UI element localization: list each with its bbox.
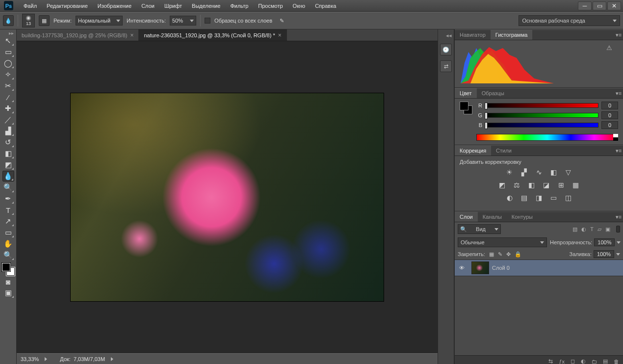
tablet-pressure-icon[interactable]: ✎ — [276, 15, 287, 26]
lock-position-icon[interactable]: ✥ — [506, 251, 511, 258]
panel-menu-icon[interactable]: ▾≡ — [614, 212, 623, 222]
screenmode-toggle[interactable]: ▣ — [2, 287, 14, 298]
delete-layer-icon[interactable]: 🗑 — [614, 359, 619, 364]
gradient-tool[interactable]: ◩ — [2, 159, 14, 170]
gradient-map-icon[interactable]: ▭ — [549, 193, 559, 202]
layer-fx-icon[interactable]: ƒx — [559, 359, 565, 364]
threshold-icon[interactable]: ◨ — [534, 193, 544, 202]
b-slider[interactable] — [485, 123, 598, 128]
filter-adjust-icon[interactable]: ◐ — [581, 226, 586, 233]
bw-icon[interactable]: ◧ — [527, 181, 537, 189]
lock-pixels-icon[interactable]: ✎ — [498, 251, 502, 258]
fg-swatch[interactable] — [460, 102, 468, 110]
foreground-color-swatch[interactable] — [2, 263, 10, 271]
hue-icon[interactable]: ◩ — [497, 181, 507, 189]
blur-tool[interactable]: 💧 — [2, 171, 14, 182]
menu-image[interactable]: Изображение — [93, 0, 136, 12]
doc-size-readout[interactable]: Док: 7,03M/7,03M — [60, 356, 113, 362]
properties-panel-icon[interactable]: ⇄ — [440, 60, 452, 72]
tab-paths[interactable]: Контуры — [507, 212, 538, 222]
menu-type[interactable]: Шрифт — [160, 0, 186, 12]
crop-tool[interactable]: ✂ — [2, 80, 14, 91]
history-brush-tool[interactable]: ↺ — [2, 137, 14, 148]
posterize-icon[interactable]: ▤ — [519, 193, 529, 202]
quick-select-tool[interactable]: ✧ — [2, 69, 14, 80]
healing-tool[interactable]: ✚ — [2, 103, 14, 114]
vibrance-icon[interactable]: ▽ — [564, 168, 573, 177]
panel-menu-icon[interactable]: ▾≡ — [614, 88, 623, 98]
maximize-button[interactable]: ▭ — [593, 1, 606, 10]
panel-menu-icon[interactable]: ▾≡ — [614, 146, 623, 156]
slider-thumb[interactable] — [485, 112, 488, 119]
minimize-button[interactable]: ─ — [578, 1, 592, 10]
filter-pixel-icon[interactable]: ▧ — [572, 226, 577, 233]
blend-mode-dropdown[interactable]: Нормальный — [76, 16, 123, 26]
selective-color-icon[interactable]: ◫ — [564, 193, 573, 202]
lock-transparent-icon[interactable]: ▦ — [489, 251, 494, 258]
canvas-viewport[interactable] — [17, 41, 438, 353]
slider-thumb[interactable] — [485, 103, 488, 109]
filter-type-icon[interactable]: T — [590, 226, 594, 233]
sample-all-checkbox[interactable] — [205, 18, 210, 24]
path-select-tool[interactable]: ↗ — [2, 216, 14, 227]
hand-tool[interactable]: ✋ — [2, 238, 14, 249]
eyedropper-tool[interactable]: ⁄ — [2, 92, 14, 103]
tab-styles[interactable]: Стили — [491, 146, 517, 156]
panel-menu-icon[interactable]: ▾≡ — [614, 30, 623, 40]
document-tab[interactable]: nature-2360351_1920.jpg @ 33,3% (Слой 0,… — [139, 29, 286, 41]
r-slider[interactable] — [485, 103, 598, 108]
brush-tool[interactable]: ／ — [2, 114, 14, 125]
visibility-toggle-icon[interactable]: 👁 — [455, 265, 468, 271]
close-button[interactable]: ✕ — [607, 1, 621, 10]
b-value[interactable]: 0 — [601, 121, 618, 129]
menu-layers[interactable]: Слои — [137, 0, 159, 12]
shape-tool[interactable]: ▭ — [2, 227, 14, 238]
tab-adjustments[interactable]: Коррекция — [455, 146, 491, 156]
spectrum-ramp[interactable] — [476, 134, 618, 141]
color-swatches[interactable] — [2, 263, 15, 276]
dodge-tool[interactable]: 🔍 — [2, 182, 14, 193]
history-panel-icon[interactable]: 🕘 — [440, 44, 452, 55]
g-slider[interactable] — [485, 113, 598, 118]
layer-name[interactable]: Слой 0 — [492, 265, 510, 271]
layer-filter-dropdown[interactable]: 🔍Вид — [458, 224, 501, 234]
pen-tool[interactable]: ✒ — [2, 193, 14, 204]
filter-smart-icon[interactable]: ▣ — [605, 226, 610, 233]
zoom-tool[interactable]: 🔍 — [2, 250, 14, 260]
menu-help[interactable]: Справка — [311, 0, 340, 12]
new-group-icon[interactable]: 🗀 — [592, 359, 597, 364]
type-tool[interactable]: T — [2, 205, 14, 215]
fill-field[interactable]: 100% — [594, 250, 614, 258]
channel-mixer-icon[interactable]: ⊞ — [556, 181, 566, 189]
chevron-down-icon[interactable] — [617, 241, 621, 244]
r-value[interactable]: 0 — [601, 102, 618, 109]
menu-filter[interactable]: Фильтр — [226, 0, 253, 12]
brush-preset-picker[interactable]: 13 — [22, 14, 35, 27]
menu-select[interactable]: Выделение — [187, 0, 225, 12]
tab-navigator[interactable]: Навигатор — [455, 30, 491, 40]
brush-panel-button[interactable]: ▦ — [39, 15, 50, 26]
new-layer-icon[interactable]: ▤ — [603, 358, 608, 364]
tab-histogram[interactable]: Гистограмма — [491, 30, 533, 40]
quickmask-toggle[interactable]: ◙ — [2, 276, 14, 287]
brightness-icon[interactable]: ☀ — [505, 168, 515, 177]
filter-toggle[interactable] — [616, 226, 620, 233]
filter-shape-icon[interactable]: ▱ — [597, 226, 601, 233]
current-tool-icon[interactable]: 💧 — [3, 15, 14, 26]
menu-file[interactable]: Файл — [19, 0, 41, 12]
tab-swatches[interactable]: Образцы — [477, 88, 509, 98]
workspace-switcher[interactable]: Основная рабочая среда — [519, 15, 620, 26]
move-tool[interactable]: ↖ — [2, 35, 14, 46]
zoom-readout[interactable]: 33,33% — [21, 356, 47, 362]
document-tab[interactable]: building-1377538_1920.jpg @ 25% (RGB/8) … — [17, 29, 139, 41]
tab-color[interactable]: Цвет — [455, 88, 477, 98]
levels-icon[interactable]: ▞ — [519, 168, 529, 177]
slider-thumb[interactable] — [485, 122, 488, 129]
opacity-field[interactable]: 100% — [594, 238, 615, 246]
link-layers-icon[interactable]: ⇆ — [548, 358, 553, 364]
curves-icon[interactable]: ∿ — [534, 168, 544, 177]
tab-layers[interactable]: Слои — [455, 212, 478, 222]
close-tab-icon[interactable]: × — [278, 32, 282, 39]
menu-window[interactable]: Окно — [288, 0, 310, 12]
balance-icon[interactable]: ⚖ — [512, 181, 522, 189]
